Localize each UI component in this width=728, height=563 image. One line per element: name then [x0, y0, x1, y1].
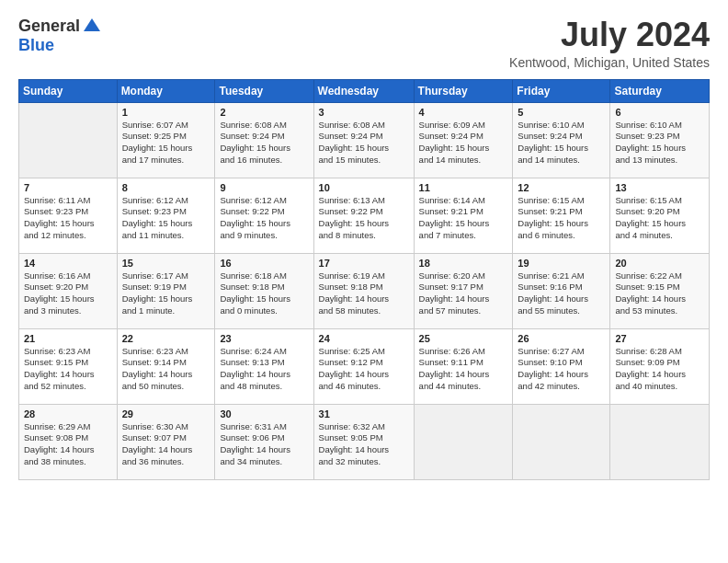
day-number: 3	[319, 107, 409, 118]
day-number: 26	[518, 333, 605, 344]
day-info: Sunrise: 6:18 AMSunset: 9:18 PMDaylight:…	[220, 270, 308, 317]
calendar-cell: 1Sunrise: 6:07 AMSunset: 9:25 PMDaylight…	[117, 102, 215, 178]
day-info: Sunrise: 6:31 AMSunset: 9:06 PMDaylight:…	[220, 421, 308, 468]
calendar-cell: 24Sunrise: 6:25 AMSunset: 9:12 PMDayligh…	[313, 328, 414, 404]
day-number: 6	[615, 107, 704, 118]
calendar-week-row: 1Sunrise: 6:07 AMSunset: 9:25 PMDaylight…	[19, 102, 710, 178]
calendar-cell	[610, 404, 710, 479]
weekday-header-wednesday: Wednesday	[313, 79, 414, 102]
day-number: 14	[24, 258, 112, 269]
day-number: 4	[419, 107, 508, 118]
day-number: 15	[122, 258, 210, 269]
calendar-cell: 10Sunrise: 6:13 AMSunset: 9:22 PMDayligh…	[313, 178, 414, 253]
calendar-cell: 13Sunrise: 6:15 AMSunset: 9:20 PMDayligh…	[610, 178, 710, 253]
day-number: 1	[122, 107, 210, 118]
calendar-cell: 4Sunrise: 6:09 AMSunset: 9:24 PMDaylight…	[414, 102, 513, 178]
day-info: Sunrise: 6:28 AMSunset: 9:09 PMDaylight:…	[615, 346, 704, 393]
calendar-cell	[414, 404, 513, 479]
calendar-cell: 19Sunrise: 6:21 AMSunset: 9:16 PMDayligh…	[513, 253, 610, 328]
calendar-cell: 21Sunrise: 6:23 AMSunset: 9:15 PMDayligh…	[19, 328, 118, 404]
calendar-cell: 7Sunrise: 6:11 AMSunset: 9:23 PMDaylight…	[19, 178, 118, 253]
calendar-cell: 27Sunrise: 6:28 AMSunset: 9:09 PMDayligh…	[610, 328, 710, 404]
calendar-header-row: SundayMondayTuesdayWednesdayThursdayFrid…	[19, 79, 710, 102]
location-text: Kentwood, Michigan, United States	[509, 55, 710, 70]
calendar-cell: 3Sunrise: 6:08 AMSunset: 9:24 PMDaylight…	[313, 102, 414, 178]
day-info: Sunrise: 6:19 AMSunset: 9:18 PMDaylight:…	[319, 270, 409, 317]
calendar-cell: 6Sunrise: 6:10 AMSunset: 9:23 PMDaylight…	[610, 102, 710, 178]
day-number: 9	[220, 182, 308, 193]
day-info: Sunrise: 6:10 AMSunset: 9:24 PMDaylight:…	[518, 120, 605, 167]
weekday-header-tuesday: Tuesday	[215, 79, 313, 102]
calendar-cell: 17Sunrise: 6:19 AMSunset: 9:18 PMDayligh…	[313, 253, 414, 328]
day-info: Sunrise: 6:10 AMSunset: 9:23 PMDaylight:…	[615, 120, 704, 167]
calendar-cell: 16Sunrise: 6:18 AMSunset: 9:18 PMDayligh…	[215, 253, 313, 328]
day-number: 12	[518, 182, 605, 193]
day-number: 25	[419, 333, 508, 344]
calendar-cell: 22Sunrise: 6:23 AMSunset: 9:14 PMDayligh…	[117, 328, 215, 404]
calendar-table: SundayMondayTuesdayWednesdayThursdayFrid…	[18, 79, 710, 480]
calendar-cell: 20Sunrise: 6:22 AMSunset: 9:15 PMDayligh…	[610, 253, 710, 328]
day-info: Sunrise: 6:12 AMSunset: 9:23 PMDaylight:…	[122, 195, 210, 242]
day-info: Sunrise: 6:23 AMSunset: 9:14 PMDaylight:…	[122, 346, 210, 393]
day-info: Sunrise: 6:15 AMSunset: 9:21 PMDaylight:…	[518, 195, 605, 242]
day-number: 31	[319, 408, 409, 419]
calendar-cell: 15Sunrise: 6:17 AMSunset: 9:19 PMDayligh…	[117, 253, 215, 328]
day-info: Sunrise: 6:20 AMSunset: 9:17 PMDaylight:…	[419, 270, 508, 317]
calendar-cell	[513, 404, 610, 479]
logo-triangle-icon	[84, 18, 100, 31]
day-number: 22	[122, 333, 210, 344]
weekday-header-monday: Monday	[117, 79, 215, 102]
day-number: 8	[122, 182, 210, 193]
calendar-cell: 25Sunrise: 6:26 AMSunset: 9:11 PMDayligh…	[414, 328, 513, 404]
calendar-cell: 31Sunrise: 6:32 AMSunset: 9:05 PMDayligh…	[313, 404, 414, 479]
day-info: Sunrise: 6:25 AMSunset: 9:12 PMDaylight:…	[319, 346, 409, 393]
month-title: July 2024	[509, 17, 710, 53]
day-info: Sunrise: 6:32 AMSunset: 9:05 PMDaylight:…	[319, 421, 409, 468]
day-info: Sunrise: 6:15 AMSunset: 9:20 PMDaylight:…	[615, 195, 704, 242]
logo-blue-text: Blue	[18, 36, 54, 55]
calendar-cell: 26Sunrise: 6:27 AMSunset: 9:10 PMDayligh…	[513, 328, 610, 404]
calendar-cell: 23Sunrise: 6:24 AMSunset: 9:13 PMDayligh…	[215, 328, 313, 404]
day-info: Sunrise: 6:27 AMSunset: 9:10 PMDaylight:…	[518, 346, 605, 393]
day-info: Sunrise: 6:17 AMSunset: 9:19 PMDaylight:…	[122, 270, 210, 317]
day-number: 27	[615, 333, 704, 344]
calendar-week-row: 28Sunrise: 6:29 AMSunset: 9:08 PMDayligh…	[19, 404, 710, 479]
day-number: 17	[319, 258, 409, 269]
weekday-header-saturday: Saturday	[610, 79, 710, 102]
day-info: Sunrise: 6:26 AMSunset: 9:11 PMDaylight:…	[419, 346, 508, 393]
calendar-cell: 18Sunrise: 6:20 AMSunset: 9:17 PMDayligh…	[414, 253, 513, 328]
logo: General Blue	[18, 17, 100, 55]
day-info: Sunrise: 6:07 AMSunset: 9:25 PMDaylight:…	[122, 120, 210, 167]
day-info: Sunrise: 6:14 AMSunset: 9:21 PMDaylight:…	[419, 195, 508, 242]
day-info: Sunrise: 6:11 AMSunset: 9:23 PMDaylight:…	[24, 195, 112, 242]
day-number: 2	[220, 107, 308, 118]
weekday-header-sunday: Sunday	[19, 79, 118, 102]
day-number: 23	[220, 333, 308, 344]
day-info: Sunrise: 6:12 AMSunset: 9:22 PMDaylight:…	[220, 195, 308, 242]
calendar-cell: 8Sunrise: 6:12 AMSunset: 9:23 PMDaylight…	[117, 178, 215, 253]
day-info: Sunrise: 6:21 AMSunset: 9:16 PMDaylight:…	[518, 270, 605, 317]
day-number: 20	[615, 258, 704, 269]
day-number: 21	[24, 333, 112, 344]
day-number: 16	[220, 258, 308, 269]
header: General Blue July 2024 Kentwood, Michiga…	[18, 17, 710, 70]
day-number: 19	[518, 258, 605, 269]
day-number: 30	[220, 408, 308, 419]
day-number: 18	[419, 258, 508, 269]
day-info: Sunrise: 6:29 AMSunset: 9:08 PMDaylight:…	[24, 421, 112, 468]
day-info: Sunrise: 6:09 AMSunset: 9:24 PMDaylight:…	[419, 120, 508, 167]
calendar-cell: 12Sunrise: 6:15 AMSunset: 9:21 PMDayligh…	[513, 178, 610, 253]
day-info: Sunrise: 6:08 AMSunset: 9:24 PMDaylight:…	[220, 120, 308, 167]
calendar-cell: 28Sunrise: 6:29 AMSunset: 9:08 PMDayligh…	[19, 404, 118, 479]
day-info: Sunrise: 6:08 AMSunset: 9:24 PMDaylight:…	[319, 120, 409, 167]
day-info: Sunrise: 6:30 AMSunset: 9:07 PMDaylight:…	[122, 421, 210, 468]
page: General Blue July 2024 Kentwood, Michiga…	[0, 0, 728, 563]
day-number: 29	[122, 408, 210, 419]
calendar-week-row: 14Sunrise: 6:16 AMSunset: 9:20 PMDayligh…	[19, 253, 710, 328]
calendar-cell: 30Sunrise: 6:31 AMSunset: 9:06 PMDayligh…	[215, 404, 313, 479]
day-info: Sunrise: 6:16 AMSunset: 9:20 PMDaylight:…	[24, 270, 112, 317]
day-info: Sunrise: 6:23 AMSunset: 9:15 PMDaylight:…	[24, 346, 112, 393]
weekday-header-thursday: Thursday	[414, 79, 513, 102]
calendar-week-row: 21Sunrise: 6:23 AMSunset: 9:15 PMDayligh…	[19, 328, 710, 404]
day-info: Sunrise: 6:24 AMSunset: 9:13 PMDaylight:…	[220, 346, 308, 393]
